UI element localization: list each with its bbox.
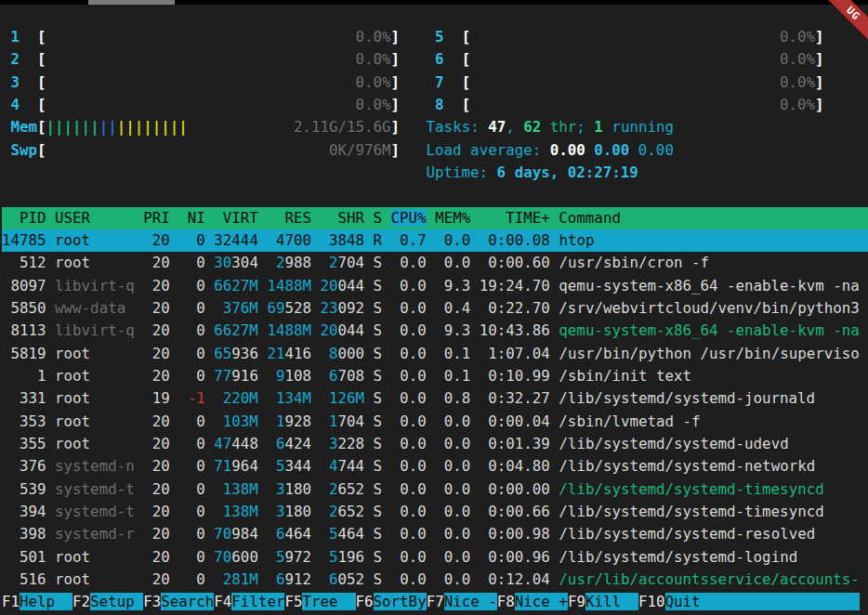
- load-fifteen: 0.00: [638, 141, 674, 159]
- cell-res: 3: [267, 503, 284, 520]
- cpu-meter-1-value: 0.0%: [46, 28, 391, 46]
- text: [364, 503, 374, 520]
- cell-command: /lib/systemd/systemd-timesyncd: [559, 480, 823, 498]
- text: [311, 231, 321, 249]
- fkey-f8[interactable]: F8: [497, 593, 515, 610]
- fkey-f7[interactable]: F7: [427, 593, 444, 610]
- col-header-virt[interactable]: VIRT: [214, 209, 258, 227]
- process-row[interactable]: 539 systemd-t 20 0 138M 3180 2652 S 0.0 …: [2, 478, 868, 501]
- col-header-pri[interactable]: PRI: [143, 209, 170, 227]
- text: [400, 28, 427, 46]
- cpu-meter-8-open-bracket: [: [462, 96, 471, 113]
- cell-command: /lib/systemd/systemd-udevd: [559, 435, 788, 452]
- process-row[interactable]: 501 root 20 0 70600 5972 5196 S 0.0 0.0 …: [2, 546, 868, 569]
- fkey-f2[interactable]: F2: [72, 593, 90, 610]
- col-header-res[interactable]: RES: [267, 209, 311, 227]
- fkey-label-tree[interactable]: Tree: [302, 593, 355, 610]
- cell-pid: 501: [2, 548, 46, 566]
- cell-pid: 398: [2, 525, 46, 543]
- cell-shr: 8: [321, 345, 338, 362]
- text: [470, 457, 480, 475]
- process-row[interactable]: 8097 libvirt-q 20 0 6627M 1488M 20044 S …: [2, 275, 868, 297]
- process-row[interactable]: 376 systemd-n 20 0 71964 5344 4744 S 0.0…: [2, 455, 868, 478]
- col-header-pid[interactable]: PID: [2, 209, 46, 227]
- cell-shr: 23: [321, 299, 338, 317]
- text: [550, 480, 559, 498]
- text: [470, 231, 480, 249]
- fkey-label-filter[interactable]: Filter: [231, 593, 284, 610]
- cell-ni: 0: [178, 321, 205, 339]
- text: [400, 96, 427, 113]
- cell-mem: 0.0: [435, 231, 470, 249]
- text: [382, 503, 391, 520]
- cell-time: 0:12.04: [480, 570, 550, 588]
- cell-res: 5: [267, 457, 284, 475]
- tasks-running-count: 1: [594, 118, 603, 136]
- text: [258, 435, 268, 452]
- cell-user: systemd-n: [55, 457, 135, 475]
- process-row[interactable]: 512 root 20 0 30304 2988 2704 S 0.0 0.0 …: [2, 252, 868, 274]
- fkey-f6[interactable]: F6: [356, 593, 374, 610]
- process-row[interactable]: 5850 www-data 20 0 376M 69528 23092 S 0.…: [2, 297, 868, 320]
- cell-command: /sbin/init text: [559, 367, 691, 385]
- fkey-f5[interactable]: F5: [284, 593, 302, 610]
- process-row[interactable]: 14785 root 20 0 32444 4700 3848 R 0.7 0.…: [2, 229, 868, 252]
- process-row[interactable]: 8113 libvirt-q 20 0 6627M 1488M 20044 S …: [2, 320, 868, 342]
- cpu-meter-6-open-bracket: [: [462, 50, 471, 68]
- cell-state: S: [374, 321, 383, 339]
- cell-mem: 0.4: [435, 299, 470, 317]
- fkey-label-sortby[interactable]: SortBy: [374, 593, 427, 610]
- fkey-label-kill[interactable]: Kill: [585, 593, 638, 610]
- process-row[interactable]: 398 systemd-r 20 0 70984 6464 5464 S 0.0…: [2, 523, 868, 545]
- cpu-meter-8-label: 8: [435, 96, 462, 113]
- cell-pid: 8097: [2, 277, 46, 294]
- col-header-mem[interactable]: MEM%: [435, 209, 470, 227]
- cell-res: 3: [267, 480, 284, 498]
- text: [364, 570, 374, 588]
- process-row[interactable]: 1 root 20 0 77916 9108 6708 S 0.0 0.1 0:…: [2, 365, 868, 387]
- col-header-cmd[interactable]: Command: [559, 209, 621, 227]
- col-header-s[interactable]: S: [374, 209, 383, 227]
- fkey-label-help[interactable]: Help: [20, 593, 72, 610]
- fkey-label-setup[interactable]: Setup: [90, 593, 143, 610]
- process-row[interactable]: 516 root 20 0 281M 6912 6052 S 0.0 0.0 0…: [2, 569, 868, 591]
- col-header-ni[interactable]: NI: [178, 209, 205, 227]
- cell-state: S: [374, 548, 383, 566]
- col-header-cpu[interactable]: CPU%: [391, 209, 427, 227]
- fkey-f4[interactable]: F4: [214, 593, 231, 610]
- tasks-thr-label: thr: [541, 118, 576, 136]
- fkey-label-quit[interactable]: Quit: [665, 593, 860, 610]
- tasks-sep2: ;: [576, 118, 594, 136]
- cpu-meter-1-open-bracket: [: [37, 28, 46, 46]
- fkey-f1[interactable]: F1: [2, 593, 20, 610]
- fkey-label-search[interactable]: Search: [161, 593, 214, 610]
- cell-pri: 19: [143, 389, 170, 407]
- fkey-f9[interactable]: F9: [568, 593, 585, 610]
- cell-pri: 20: [143, 480, 170, 498]
- process-row[interactable]: 394 systemd-t 20 0 138M 3180 2652 S 0.0 …: [2, 501, 868, 523]
- process-row[interactable]: 353 root 20 0 103M 1928 1704 S 0.0 0.0 0…: [2, 411, 868, 433]
- process-row[interactable]: 331 root 19 -1 220M 134M 126M S 0.0 0.8 …: [2, 387, 868, 410]
- cell-shr: 464: [338, 525, 365, 543]
- col-header-shr[interactable]: SHR: [320, 209, 364, 227]
- text: [205, 254, 215, 271]
- text: [135, 480, 144, 498]
- text: [427, 277, 436, 294]
- text: [382, 231, 391, 249]
- fkey-label-nice-[interactable]: Nice +: [515, 593, 568, 610]
- col-header-user[interactable]: USER: [55, 209, 135, 227]
- fkey-f10[interactable]: F10: [638, 593, 665, 610]
- fkey-label-nice-[interactable]: Nice -: [444, 593, 497, 610]
- cell-shr: 126M: [320, 389, 364, 407]
- fkey-f3[interactable]: F3: [143, 593, 161, 610]
- text: [205, 525, 215, 543]
- cell-res: 700: [284, 231, 311, 249]
- col-header-time[interactable]: TIME+: [480, 209, 550, 227]
- text: [400, 118, 427, 136]
- process-row[interactable]: 5819 root 20 0 65936 21416 8000 S 0.0 0.…: [2, 343, 868, 365]
- process-row[interactable]: 355 root 20 0 47448 6424 3228 S 0.0 0.0 …: [2, 433, 868, 455]
- text: [135, 548, 144, 566]
- text: [258, 299, 268, 317]
- cell-cpu: 0.0: [391, 480, 427, 498]
- scrollbar-thumb[interactable]: [88, 0, 175, 5]
